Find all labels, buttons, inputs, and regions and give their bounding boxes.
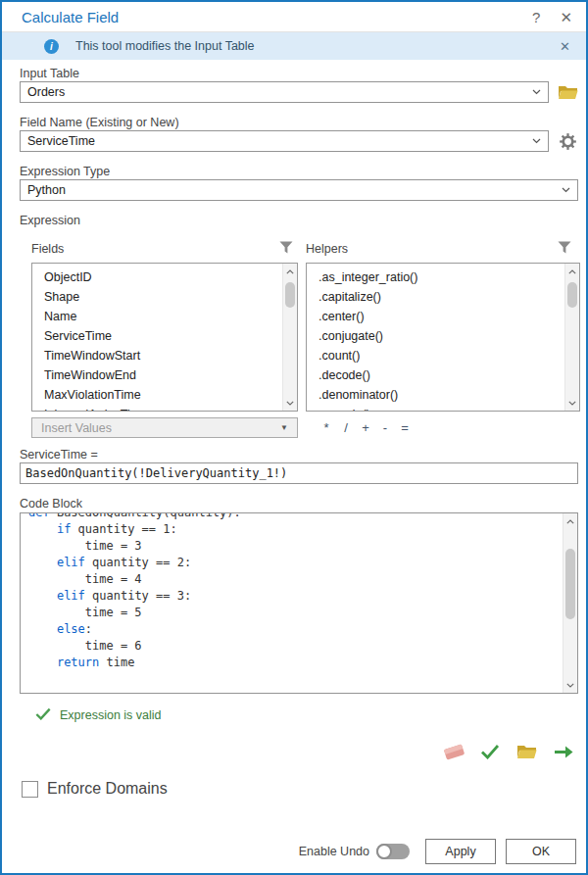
scrollbar[interactable] bbox=[564, 264, 579, 411]
operator-buttons: * / + - = bbox=[317, 420, 415, 435]
chevron-down-icon[interactable] bbox=[532, 138, 541, 144]
code-line: time = 3 bbox=[28, 538, 562, 555]
scrollbar-thumb[interactable] bbox=[567, 282, 577, 308]
list-item[interactable]: .capitalize() bbox=[307, 287, 579, 307]
expression-type-value: Python bbox=[27, 183, 66, 197]
list-item[interactable]: .center() bbox=[307, 307, 579, 326]
input-table-label: Input Table bbox=[20, 67, 586, 80]
ok-button[interactable]: OK bbox=[506, 839, 576, 864]
list-item[interactable]: TimeWindowEnd bbox=[32, 365, 297, 385]
list-item[interactable]: .count() bbox=[307, 346, 579, 365]
operator-minus[interactable]: - bbox=[375, 420, 395, 435]
expression-type-label: Expression Type bbox=[20, 165, 586, 178]
code-block-editor[interactable]: def BasedOnQuantity(quantity): if quanti… bbox=[20, 512, 578, 694]
gear-icon[interactable] bbox=[555, 130, 580, 152]
filter-funnel-icon[interactable] bbox=[279, 241, 293, 257]
scrollbar-thumb[interactable] bbox=[565, 549, 575, 619]
code-line: time = 5 bbox=[28, 605, 562, 621]
help-icon[interactable]: ? bbox=[532, 10, 540, 24]
list-item[interactable]: ObjectID bbox=[32, 267, 297, 287]
validation-message: Expression is valid bbox=[60, 708, 162, 722]
validation-status: Expression is valid bbox=[35, 706, 586, 724]
scroll-down-icon[interactable] bbox=[564, 678, 577, 692]
code-content: def BasedOnQuantity(quantity): if quanti… bbox=[21, 512, 562, 671]
field-name-label: Field Name (Existing or New) bbox=[20, 116, 586, 129]
expression-type-combobox[interactable]: Python bbox=[20, 179, 578, 201]
enforce-domains-checkbox[interactable] bbox=[22, 781, 38, 798]
chevron-down-icon[interactable] bbox=[562, 187, 570, 193]
export-arrow-icon[interactable] bbox=[554, 744, 574, 760]
expression-toolbar bbox=[20, 740, 574, 763]
close-icon[interactable]: ✕ bbox=[560, 10, 572, 24]
dialog-body: Input Table Orders Field Name (Existing … bbox=[2, 67, 586, 798]
scrollbar[interactable] bbox=[282, 264, 297, 411]
list-item[interactable]: .denominator() bbox=[307, 385, 579, 405]
scrollbar-thumb[interactable] bbox=[285, 282, 295, 308]
dropdown-arrow-icon: ▼ bbox=[280, 423, 288, 432]
code-line: def BasedOnQuantity(quantity): bbox=[28, 512, 562, 521]
fields-listbox[interactable]: ObjectID Shape Name ServiceTime TimeWind… bbox=[31, 263, 298, 412]
operator-multiply[interactable]: * bbox=[317, 420, 336, 435]
field-name-combobox[interactable]: ServiceTime bbox=[20, 130, 549, 152]
code-line: return time bbox=[28, 655, 562, 671]
dialog-footer: Enable Undo Apply OK bbox=[299, 839, 576, 864]
scroll-down-icon[interactable] bbox=[283, 396, 297, 410]
valid-check-icon bbox=[35, 706, 51, 724]
input-table-value: Orders bbox=[27, 85, 65, 99]
info-banner: i This tool modifies the Input Table ✕ bbox=[2, 32, 586, 60]
operator-equals[interactable]: = bbox=[395, 420, 415, 435]
operator-divide[interactable]: / bbox=[336, 420, 356, 435]
field-name-value: ServiceTime bbox=[27, 134, 95, 148]
helpers-listbox[interactable]: .as_integer_ratio() .capitalize() .cente… bbox=[306, 263, 580, 412]
enforce-domains-row: Enforce Domains bbox=[22, 780, 586, 798]
info-icon: i bbox=[44, 39, 59, 54]
filter-funnel-icon[interactable] bbox=[558, 241, 571, 257]
list-item[interactable]: ServiceTime bbox=[32, 326, 297, 346]
title-bar: Calculate Field ? ✕ bbox=[2, 2, 586, 32]
list-item[interactable]: InboundArriveTime bbox=[32, 405, 297, 412]
toggle-knob bbox=[376, 844, 392, 859]
insert-values-label: Insert Values bbox=[41, 421, 112, 435]
code-line: time = 4 bbox=[28, 571, 562, 588]
banner-close-icon[interactable]: ✕ bbox=[560, 39, 570, 54]
scroll-up-icon[interactable] bbox=[564, 514, 577, 528]
list-item[interactable]: .decode() bbox=[307, 365, 579, 385]
enable-undo-label: Enable Undo bbox=[299, 845, 369, 858]
banner-message: This tool modifies the Input Table bbox=[75, 39, 560, 53]
scroll-up-icon[interactable] bbox=[565, 265, 579, 278]
chevron-down-icon[interactable] bbox=[532, 89, 541, 95]
operator-plus[interactable]: + bbox=[356, 420, 375, 435]
list-item[interactable]: MaxViolationTime bbox=[32, 385, 297, 405]
code-line: else: bbox=[28, 621, 562, 638]
scroll-up-icon[interactable] bbox=[283, 265, 297, 278]
code-line: if quantity == 1: bbox=[28, 521, 562, 538]
verify-check-icon[interactable] bbox=[480, 744, 500, 759]
list-item[interactable]: .as_integer_ratio() bbox=[307, 267, 579, 287]
list-item[interactable]: Shape bbox=[32, 287, 297, 307]
scroll-down-icon[interactable] bbox=[565, 396, 579, 410]
expression-section-label: Expression bbox=[20, 214, 586, 227]
input-table-combobox[interactable]: Orders bbox=[20, 81, 549, 103]
list-item[interactable]: .encode() bbox=[307, 405, 579, 412]
code-line: time = 6 bbox=[28, 638, 562, 655]
calculate-field-dialog: Calculate Field ? ✕ i This tool modifies… bbox=[0, 0, 588, 875]
enable-undo-toggle[interactable] bbox=[376, 844, 410, 859]
open-folder-icon[interactable] bbox=[516, 744, 537, 760]
list-item[interactable]: Name bbox=[32, 307, 297, 326]
list-item[interactable]: TimeWindowStart bbox=[32, 346, 297, 365]
page-title: Calculate Field bbox=[22, 9, 513, 25]
code-block-label: Code Block bbox=[20, 497, 586, 510]
fields-panel-label: Fields bbox=[31, 242, 64, 256]
insert-values-dropdown[interactable]: Insert Values ▼ bbox=[31, 417, 298, 438]
expression-input[interactable] bbox=[20, 462, 578, 484]
open-folder-icon[interactable] bbox=[555, 81, 580, 103]
apply-button[interactable]: Apply bbox=[425, 839, 496, 864]
helpers-panel-label: Helpers bbox=[306, 242, 348, 256]
eraser-icon[interactable] bbox=[445, 747, 464, 757]
scrollbar[interactable] bbox=[563, 513, 577, 693]
code-line: elif quantity == 2: bbox=[28, 555, 562, 571]
list-item[interactable]: .conjugate() bbox=[307, 326, 579, 346]
enforce-domains-label: Enforce Domains bbox=[47, 780, 168, 798]
code-line: elif quantity == 3: bbox=[28, 588, 562, 605]
assignment-label: ServiceTime = bbox=[20, 448, 586, 462]
